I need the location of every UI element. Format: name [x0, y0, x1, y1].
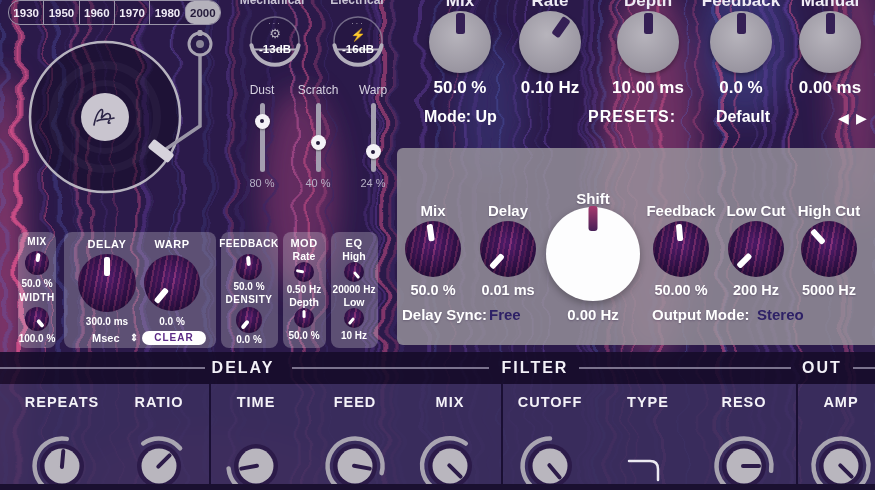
eq-panel: EQ High 20000 Hz Low 10 Hz [331, 232, 378, 348]
mix-width-panel: MIX 50.0 % WIDTH 100.0 % [18, 232, 56, 348]
gear-icon: ⚙ [269, 26, 281, 41]
shifter-feedback-label: Feedback [646, 202, 715, 219]
repeats-knob[interactable] [30, 434, 94, 490]
eq-low-value: 10 Hz [341, 330, 367, 341]
dust-label: Dust [250, 83, 275, 97]
mod-manual-knob[interactable] [799, 11, 861, 73]
du-feedback-knob[interactable] [236, 254, 262, 280]
mode-selector[interactable]: Mode: Up [424, 108, 497, 126]
ratio-knob[interactable] [127, 434, 191, 490]
du-density-value: 0.0 % [236, 334, 262, 345]
dust-slider-handle[interactable] [255, 114, 270, 129]
eq-low-knob[interactable] [344, 308, 364, 328]
era-selector: 1930 1950 1960 1970 1980 2000 [8, 0, 221, 25]
scratch-slider-handle[interactable] [311, 135, 326, 150]
du-width-knob[interactable] [25, 307, 49, 331]
dust-value: 80 % [249, 177, 274, 189]
mechanical-label: Mechanical [240, 0, 305, 7]
shifter-lowcut-knob[interactable] [728, 221, 784, 277]
warp-slider-handle[interactable] [366, 144, 381, 159]
header-divider-line [853, 367, 875, 369]
amp-knob[interactable] [809, 434, 873, 490]
mod-mix-value: 50.0 % [434, 78, 487, 98]
mod-rate-small-knob[interactable] [294, 262, 314, 282]
shifter-mix-label: Mix [420, 202, 445, 219]
mod-depth-knob[interactable] [617, 11, 679, 73]
du-warp-knob[interactable] [144, 255, 200, 311]
mechanical-dial[interactable]: ··· ⚙ [245, 11, 305, 71]
delay-sync-value[interactable]: Free [489, 306, 521, 323]
shifter-highcut-knob[interactable] [801, 221, 857, 277]
clear-button[interactable]: CLEAR [142, 331, 206, 345]
era-option-1950[interactable]: 1950 [43, 1, 78, 24]
era-option-1960[interactable]: 1960 [79, 1, 114, 24]
warp-slider[interactable] [365, 103, 381, 172]
mod-mix-label: Mix [446, 0, 474, 11]
du-density-knob[interactable] [236, 307, 262, 333]
delay-sync-label: Delay Sync: [402, 306, 487, 323]
mod-panel: MOD Rate 0.50 Hz Depth 50.0 % [283, 232, 326, 348]
mod-depth-sublabel: Depth [289, 296, 319, 308]
du-mix-knob[interactable] [25, 251, 49, 275]
shifter-mix-knob[interactable] [405, 221, 461, 277]
preset-next-button[interactable]: ▶ [856, 110, 867, 126]
shifter-shift-knob[interactable] [546, 207, 640, 301]
time-knob[interactable] [224, 434, 288, 490]
header-divider-line [292, 367, 489, 369]
warp-value: 24 % [360, 177, 385, 189]
electrical-dial[interactable]: ··· ⚡ [328, 11, 388, 71]
mechanical-value: -13dB [259, 43, 291, 55]
filter-type-selector[interactable] [616, 434, 680, 490]
reso-label: RESO [721, 394, 766, 410]
shifter-delay-knob[interactable] [480, 221, 536, 277]
feed-knob[interactable] [323, 434, 387, 490]
reso-knob[interactable] [712, 434, 776, 490]
eq-high-knob[interactable] [344, 262, 364, 282]
du-feedback-value: 50.0 % [233, 281, 264, 292]
mod-rate-small-value: 0.50 Hz [287, 284, 321, 295]
du-mix-label: MIX [27, 236, 46, 247]
scratch-slider[interactable] [310, 103, 326, 172]
mod-rate-sublabel: Rate [293, 250, 316, 262]
mod-rate-knob[interactable] [519, 11, 581, 73]
cutoff-knob[interactable] [518, 434, 582, 490]
mod-depth-label: Depth [624, 0, 672, 11]
shifter-shift-label: Shift [576, 190, 609, 207]
era-option-1970[interactable]: 1970 [114, 1, 149, 24]
scratch-value: 40 % [305, 177, 330, 189]
mod-mix-knob[interactable] [429, 11, 491, 73]
shifter-mix-value: 50.0 % [410, 282, 455, 298]
shifter-lowcut-value: 200 Hz [733, 282, 779, 298]
bottom-edge-strip [0, 484, 875, 490]
sparkle-dots-icon: ··· [352, 20, 365, 27]
dust-slider[interactable] [254, 103, 270, 172]
era-option-1930[interactable]: 1930 [9, 1, 43, 24]
panel-divider [209, 384, 211, 490]
shifter-lowcut-label: Low Cut [726, 202, 785, 219]
era-option-2000-selected[interactable]: 2000 [185, 1, 220, 24]
panel-divider [796, 384, 798, 490]
time-unit-selector[interactable]: Msec [92, 332, 120, 344]
output-mode-value[interactable]: Stereo [757, 306, 804, 323]
unit-updown-icon[interactable]: ⇕ [130, 332, 138, 343]
turntable-graphic[interactable] [18, 28, 218, 198]
shifter-feedback-knob[interactable] [653, 221, 709, 277]
era-option-1980[interactable]: 1980 [149, 1, 184, 24]
du-delay-knob[interactable] [78, 254, 136, 312]
output-mode-label: Output Mode: [652, 306, 749, 323]
section-title-out: OUT [802, 359, 842, 377]
shifter-feedback-value: 50.00 % [654, 282, 707, 298]
electrical-value: -16dB [342, 43, 374, 55]
du-density-label: DENSITY [226, 294, 273, 305]
mod-depth-small-knob[interactable] [294, 308, 314, 328]
preset-value[interactable]: Default [716, 108, 770, 126]
preset-prev-button[interactable]: ◀ [838, 110, 849, 126]
header-divider-line [579, 367, 791, 369]
mod-feedback-knob[interactable] [710, 11, 772, 73]
frequency-shifter-panel: Mix Delay Shift Feedback Low Cut High Cu… [397, 148, 875, 345]
repeats-label: REPEATS [25, 394, 99, 410]
delay-mix-knob[interactable] [418, 434, 482, 490]
du-warp-label: WARP [155, 238, 190, 250]
shifter-highcut-value: 5000 Hz [802, 282, 856, 298]
du-delay-value: 300.0 ms [86, 316, 128, 327]
